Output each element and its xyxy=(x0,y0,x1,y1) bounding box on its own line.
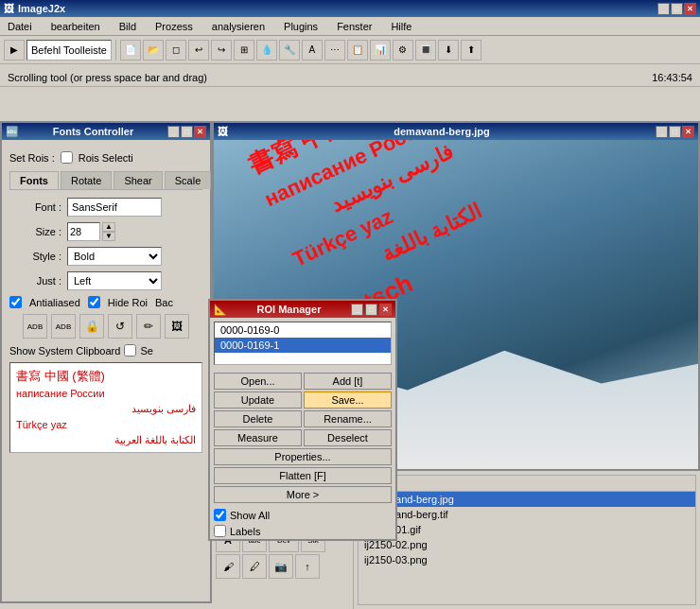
image-icon: 🖼 xyxy=(218,126,228,137)
fonts-title-text: Fonts Controller xyxy=(53,126,134,137)
menu-hilfe[interactable]: Hilfe xyxy=(387,19,415,34)
toolbar-btn-14[interactable]: 🔳 xyxy=(415,40,436,61)
arrow-tool[interactable]: ↑ xyxy=(295,554,320,579)
options-row: Antialiased Hide Roi Bac xyxy=(9,296,202,308)
tab-rotate[interactable]: Rotate xyxy=(61,171,112,189)
fonts-window-title-bar: 🔤 Fonts Controller _ □ ✕ xyxy=(2,123,210,140)
menu-bild[interactable]: Bild xyxy=(115,19,140,34)
rois-selection-label: Rois Selecti xyxy=(79,152,133,164)
file-item-0[interactable]: demavand-berg.jpg xyxy=(359,492,695,507)
image-close-button[interactable]: ✕ xyxy=(682,126,694,138)
just-select[interactable]: Left Center Right xyxy=(67,271,162,290)
minimize-button[interactable]: _ xyxy=(657,3,670,15)
toolbar-btn-11[interactable]: 📋 xyxy=(347,40,368,61)
toolbar-btn-8[interactable]: 🔧 xyxy=(279,40,300,61)
roi-title-bar: 📐 ROI Manager _ □ ✕ xyxy=(210,301,395,318)
refresh-btn[interactable]: ↺ xyxy=(108,314,132,339)
antialiased-label: Antialiased xyxy=(29,297,80,308)
add-db-btn[interactable]: ADB xyxy=(23,314,47,339)
menu-bearbeiten[interactable]: bearbeiten xyxy=(47,19,104,34)
roi-open-button[interactable]: Open... xyxy=(214,373,302,390)
roi-manager-window: 📐 ROI Manager _ □ ✕ 0000-0169-0 0000-016… xyxy=(208,299,397,541)
toolbar-btn-10[interactable]: ⋯ xyxy=(324,40,345,61)
image-btn[interactable]: 🖼 xyxy=(165,314,189,339)
antialiased-checkbox[interactable] xyxy=(9,296,22,308)
close-button[interactable]: ✕ xyxy=(684,3,696,15)
roi-update-button[interactable]: Update xyxy=(214,392,302,409)
roi-item-0[interactable]: 0000-0169-0 xyxy=(215,322,391,338)
set-rois-row: Set Rois : Rois Selecti xyxy=(9,151,202,164)
menu-fenster[interactable]: Fenster xyxy=(333,19,376,34)
size-input[interactable] xyxy=(67,222,100,241)
roi-deselect-button[interactable]: Deselect xyxy=(304,429,392,446)
roi-measure-button[interactable]: Measure xyxy=(214,429,302,446)
menu-analysieren[interactable]: analysieren xyxy=(208,19,269,34)
toolbar-btn-2[interactable]: 📂 xyxy=(143,40,164,61)
roi-close-button[interactable]: ✕ xyxy=(379,304,392,316)
image-maximize-button[interactable]: □ xyxy=(669,126,681,138)
roi-maximize-button[interactable]: □ xyxy=(365,304,377,316)
roi-minimize-button[interactable]: _ xyxy=(351,304,363,316)
file-item-4[interactable]: ij2150-03.png xyxy=(359,552,695,567)
toolbar-btn-9[interactable]: A xyxy=(302,40,323,61)
file-item-2[interactable]: ij2150-01.gif xyxy=(359,522,695,537)
roi-properties-button[interactable]: Properties... xyxy=(214,448,392,465)
image-minimize-button[interactable]: _ xyxy=(656,126,668,138)
file-item-1[interactable]: demavand-berg.tif xyxy=(359,507,695,522)
file-item-3[interactable]: ij2150-02.png xyxy=(359,537,695,552)
toolbar-btn-4[interactable]: ↩ xyxy=(188,40,209,61)
roi-save-button[interactable]: Save... xyxy=(304,392,392,409)
hide-roi-checkbox[interactable] xyxy=(88,296,100,308)
fonts-maximize-button[interactable]: □ xyxy=(181,126,193,138)
toolbar-btn-7[interactable]: 💧 xyxy=(256,40,277,61)
show-sys-checkbox[interactable] xyxy=(124,344,136,357)
edit-btn[interactable]: ✏ xyxy=(136,314,161,339)
lock-btn[interactable]: 🔒 xyxy=(79,314,104,339)
toolbar-btn-13[interactable]: ⚙ xyxy=(393,40,413,61)
image-title-text: demavand-berg.jpg xyxy=(394,126,489,137)
set-rois-checkbox[interactable] xyxy=(61,151,73,164)
roi-add-button[interactable]: Add [t] xyxy=(304,373,392,390)
roi-rename-button[interactable]: Rename... xyxy=(304,410,392,427)
camera-tool[interactable]: 📷 xyxy=(269,554,293,579)
toolbar-btn-12[interactable]: 📊 xyxy=(370,40,391,61)
toolbar-label: Befehl Toolleiste xyxy=(26,40,112,61)
tab-fonts[interactable]: Fonts xyxy=(9,171,59,189)
font-label: Font : xyxy=(9,201,61,213)
app-title-bar: 🖼 ImageJ2x _ □ ✕ xyxy=(0,0,700,17)
tab-scale[interactable]: Scale xyxy=(165,171,212,189)
toolbar-btn-5[interactable]: ↪ xyxy=(211,40,232,61)
toolbar-btn-15[interactable]: ⬇ xyxy=(438,40,459,61)
show-all-checkbox[interactable] xyxy=(214,509,226,521)
style-select[interactable]: Bold Plain Italic xyxy=(67,247,162,266)
roi-item-1[interactable]: 0000-0169-1 xyxy=(215,338,391,353)
menu-prozess[interactable]: Prozess xyxy=(151,19,197,34)
maximize-button[interactable]: □ xyxy=(671,3,683,15)
fonts-minimize-button[interactable]: _ xyxy=(167,126,180,138)
toolbar-btn-3[interactable]: ◻ xyxy=(166,40,186,61)
roi-more-button[interactable]: More > xyxy=(214,486,392,503)
labels-checkbox[interactable] xyxy=(214,525,226,537)
roi-flatten-button[interactable]: Flatten [F] xyxy=(214,467,392,484)
menu-plugins[interactable]: Plugins xyxy=(280,19,322,34)
roi-delete-button[interactable]: Delete xyxy=(214,410,302,427)
toolbar-btn-16[interactable]: ⬆ xyxy=(461,40,481,61)
app-title: ImageJ2x xyxy=(18,3,65,14)
size-up-arrow[interactable]: ▲ xyxy=(102,222,115,232)
toolbar-btn-1[interactable]: 📄 xyxy=(120,40,141,61)
image-title-bar: 🖼 demavand-berg.jpg _ □ ✕ xyxy=(214,123,698,140)
font-input[interactable] xyxy=(67,198,162,217)
set-rois-label: Set Rois : xyxy=(9,152,55,164)
add-db-btn2[interactable]: ADB xyxy=(51,314,76,339)
toolbar-btn-6[interactable]: ⊞ xyxy=(234,40,254,61)
status-message: Scrolling tool (or press space bar and d… xyxy=(8,72,207,83)
pen-tool[interactable]: 🖊 xyxy=(242,554,267,579)
app-icon: 🖼 xyxy=(4,3,14,14)
brush-tool[interactable]: 🖌 xyxy=(216,554,240,579)
play-button[interactable]: ▶ xyxy=(4,40,25,61)
tab-shear[interactable]: Shear xyxy=(114,171,162,189)
fonts-close-button[interactable]: ✕ xyxy=(194,126,206,138)
menu-datei[interactable]: Datei xyxy=(4,19,36,34)
size-down-arrow[interactable]: ▼ xyxy=(102,232,115,241)
preview-line-2: написание России xyxy=(16,386,196,402)
